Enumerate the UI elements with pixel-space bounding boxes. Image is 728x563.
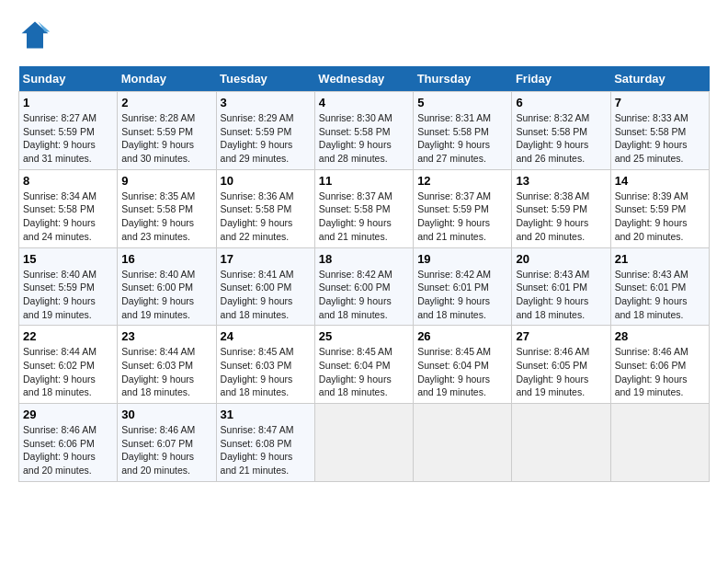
calendar-cell: 30Sunrise: 8:46 AMSunset: 6:07 PMDayligh… (118, 404, 216, 482)
calendar-cell: 16Sunrise: 8:40 AMSunset: 6:00 PMDayligh… (118, 247, 216, 326)
day-number: 9 (121, 174, 211, 188)
day-number: 16 (121, 252, 211, 266)
day-info: Sunrise: 8:37 AMSunset: 5:58 PMDaylight:… (319, 190, 409, 244)
day-info: Sunrise: 8:44 AMSunset: 6:02 PMDaylight:… (23, 345, 113, 399)
day-info: Sunrise: 8:42 AMSunset: 6:00 PMDaylight:… (319, 268, 409, 322)
day-number: 21 (615, 252, 705, 266)
day-info: Sunrise: 8:44 AMSunset: 6:03 PMDaylight:… (121, 345, 211, 399)
day-number: 20 (516, 252, 606, 266)
calendar-cell: 17Sunrise: 8:41 AMSunset: 6:00 PMDayligh… (216, 247, 314, 326)
day-number: 26 (417, 329, 507, 343)
day-info: Sunrise: 8:32 AMSunset: 5:58 PMDaylight:… (516, 111, 606, 166)
day-number: 23 (121, 329, 211, 343)
day-info: Sunrise: 8:39 AMSunset: 5:59 PMDaylight:… (615, 190, 705, 244)
day-info: Sunrise: 8:30 AMSunset: 5:58 PMDaylight:… (319, 111, 409, 166)
day-info: Sunrise: 8:40 AMSunset: 6:00 PMDaylight:… (121, 268, 211, 322)
dow-header: Thursday (414, 66, 512, 92)
calendar-cell: 28Sunrise: 8:46 AMSunset: 6:06 PMDayligh… (610, 326, 709, 404)
calendar-cell (610, 404, 709, 482)
day-info: Sunrise: 8:27 AMSunset: 5:59 PMDaylight:… (23, 111, 113, 166)
day-number: 28 (615, 329, 705, 343)
calendar-cell (512, 404, 610, 482)
page-header (18, 18, 710, 52)
calendar-cell: 6Sunrise: 8:32 AMSunset: 5:58 PMDaylight… (512, 92, 610, 170)
day-info: Sunrise: 8:36 AMSunset: 5:58 PMDaylight:… (221, 190, 311, 244)
day-number: 10 (221, 174, 311, 188)
calendar-cell: 13Sunrise: 8:38 AMSunset: 5:59 PMDayligh… (512, 169, 610, 247)
day-info: Sunrise: 8:29 AMSunset: 5:59 PMDaylight:… (221, 111, 311, 166)
day-info: Sunrise: 8:31 AMSunset: 5:58 PMDaylight:… (417, 111, 507, 166)
logo-icon (18, 18, 51, 52)
day-info: Sunrise: 8:33 AMSunset: 5:58 PMDaylight:… (615, 111, 705, 166)
calendar-cell: 23Sunrise: 8:44 AMSunset: 6:03 PMDayligh… (118, 326, 216, 404)
day-info: Sunrise: 8:46 AMSunset: 6:07 PMDaylight:… (121, 423, 211, 477)
day-number: 1 (23, 96, 113, 109)
day-info: Sunrise: 8:41 AMSunset: 6:00 PMDaylight:… (221, 268, 311, 322)
calendar-cell: 21Sunrise: 8:43 AMSunset: 6:01 PMDayligh… (610, 247, 709, 326)
calendar-cell: 26Sunrise: 8:45 AMSunset: 6:04 PMDayligh… (414, 326, 512, 404)
calendar-cell: 27Sunrise: 8:46 AMSunset: 6:05 PMDayligh… (512, 326, 610, 404)
day-info: Sunrise: 8:47 AMSunset: 6:08 PMDaylight:… (221, 423, 311, 477)
day-number: 19 (417, 252, 507, 266)
day-info: Sunrise: 8:45 AMSunset: 6:04 PMDaylight:… (417, 345, 507, 399)
dow-header: Tuesday (216, 66, 314, 92)
calendar-cell: 10Sunrise: 8:36 AMSunset: 5:58 PMDayligh… (216, 169, 314, 247)
day-number: 27 (516, 329, 606, 343)
day-info: Sunrise: 8:45 AMSunset: 6:04 PMDaylight:… (319, 345, 409, 399)
day-number: 4 (319, 96, 409, 109)
calendar-cell: 25Sunrise: 8:45 AMSunset: 6:04 PMDayligh… (314, 326, 413, 404)
calendar-cell (314, 404, 413, 482)
calendar-cell (414, 404, 512, 482)
calendar-cell: 8Sunrise: 8:34 AMSunset: 5:58 PMDaylight… (19, 169, 118, 247)
calendar-cell: 3Sunrise: 8:29 AMSunset: 5:59 PMDaylight… (216, 92, 314, 170)
day-info: Sunrise: 8:43 AMSunset: 6:01 PMDaylight:… (615, 268, 705, 322)
day-info: Sunrise: 8:46 AMSunset: 6:06 PMDaylight:… (23, 423, 113, 477)
calendar-cell: 15Sunrise: 8:40 AMSunset: 5:59 PMDayligh… (19, 247, 118, 326)
dow-header: Wednesday (314, 66, 413, 92)
day-number: 11 (319, 174, 409, 188)
calendar-cell: 7Sunrise: 8:33 AMSunset: 5:58 PMDaylight… (610, 92, 709, 170)
day-number: 8 (23, 174, 113, 188)
day-info: Sunrise: 8:35 AMSunset: 5:58 PMDaylight:… (121, 190, 211, 244)
calendar-body: 1Sunrise: 8:27 AMSunset: 5:59 PMDaylight… (19, 92, 710, 482)
day-number: 2 (121, 96, 211, 109)
day-number: 14 (615, 174, 705, 188)
calendar-week: 29Sunrise: 8:46 AMSunset: 6:06 PMDayligh… (19, 404, 710, 482)
day-number: 18 (319, 252, 409, 266)
dow-header: Sunday (19, 66, 118, 92)
day-number: 12 (417, 174, 507, 188)
day-number: 6 (516, 96, 606, 109)
day-info: Sunrise: 8:46 AMSunset: 6:06 PMDaylight:… (615, 345, 705, 399)
calendar-cell: 4Sunrise: 8:30 AMSunset: 5:58 PMDaylight… (314, 92, 413, 170)
logo (18, 18, 57, 52)
calendar-cell: 1Sunrise: 8:27 AMSunset: 5:59 PMDaylight… (19, 92, 118, 170)
calendar-week: 8Sunrise: 8:34 AMSunset: 5:58 PMDaylight… (19, 169, 710, 247)
calendar-cell: 31Sunrise: 8:47 AMSunset: 6:08 PMDayligh… (216, 404, 314, 482)
calendar-week: 1Sunrise: 8:27 AMSunset: 5:59 PMDaylight… (19, 92, 710, 170)
day-number: 30 (121, 408, 211, 421)
day-info: Sunrise: 8:40 AMSunset: 5:59 PMDaylight:… (23, 268, 113, 322)
calendar-cell: 18Sunrise: 8:42 AMSunset: 6:00 PMDayligh… (314, 247, 413, 326)
day-info: Sunrise: 8:38 AMSunset: 5:59 PMDaylight:… (516, 190, 606, 244)
calendar-cell: 5Sunrise: 8:31 AMSunset: 5:58 PMDaylight… (414, 92, 512, 170)
calendar-week: 22Sunrise: 8:44 AMSunset: 6:02 PMDayligh… (19, 326, 710, 404)
day-info: Sunrise: 8:28 AMSunset: 5:59 PMDaylight:… (121, 111, 211, 166)
day-info: Sunrise: 8:46 AMSunset: 6:05 PMDaylight:… (516, 345, 606, 399)
day-info: Sunrise: 8:42 AMSunset: 6:01 PMDaylight:… (417, 268, 507, 322)
day-info: Sunrise: 8:37 AMSunset: 5:59 PMDaylight:… (417, 190, 507, 244)
day-number: 31 (221, 408, 311, 421)
calendar-cell: 12Sunrise: 8:37 AMSunset: 5:59 PMDayligh… (414, 169, 512, 247)
day-number: 7 (615, 96, 705, 109)
calendar-cell: 9Sunrise: 8:35 AMSunset: 5:58 PMDaylight… (118, 169, 216, 247)
day-number: 13 (516, 174, 606, 188)
day-number: 22 (23, 329, 113, 343)
days-of-week-row: SundayMondayTuesdayWednesdayThursdayFrid… (19, 66, 710, 92)
day-number: 17 (221, 252, 311, 266)
dow-header: Saturday (610, 66, 709, 92)
day-number: 5 (417, 96, 507, 109)
dow-header: Monday (118, 66, 216, 92)
calendar-cell: 29Sunrise: 8:46 AMSunset: 6:06 PMDayligh… (19, 404, 118, 482)
day-number: 3 (221, 96, 311, 109)
day-number: 15 (23, 252, 113, 266)
calendar-cell: 14Sunrise: 8:39 AMSunset: 5:59 PMDayligh… (610, 169, 709, 247)
